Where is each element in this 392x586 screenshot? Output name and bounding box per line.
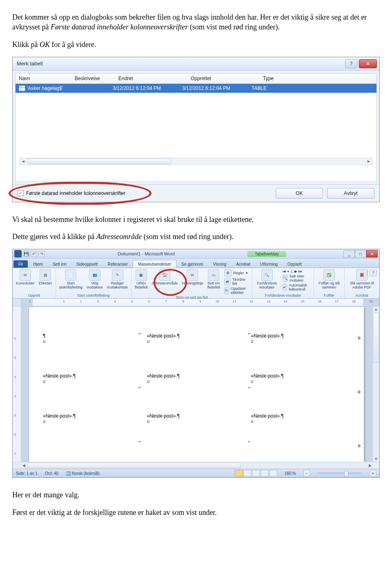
- text-italic: Adresseområde: [96, 233, 142, 241]
- h-scrollbar[interactable]: ◀ ▶: [13, 462, 379, 469]
- tab-se-gjennom[interactable]: Se gjennom: [176, 260, 208, 268]
- view-draft[interactable]: [269, 470, 277, 476]
- label-cell[interactable]: «Neste·post»·¶¤: [147, 333, 248, 344]
- status-words[interactable]: Ord: 40: [45, 471, 58, 476]
- document-canvas[interactable]: ⌐ ⌐ ⌐ ⌐ ⌐ ⌐ ¤ ¤ ¤ ¶¤«Neste·post»·¶¤«Nest…: [21, 306, 372, 462]
- scroll-right-icon[interactable]: ▶: [367, 463, 373, 467]
- maximize-button[interactable]: □: [355, 250, 366, 257]
- label-cell[interactable]: «Neste·post»·¶¤: [147, 373, 248, 385]
- cell-corner-mark: ⌐: [138, 438, 141, 444]
- cancel-button[interactable]: Avbryt: [327, 188, 374, 199]
- tab-sideoppsett[interactable]: Sideoppsett: [71, 260, 103, 268]
- btn-fullfor[interactable]: ✅Fullfør og slå sammen: [317, 269, 341, 290]
- dialog-titlebar[interactable]: Merk tabell ? ✕: [13, 57, 379, 71]
- mailmerge-icon: 📄: [65, 269, 76, 281]
- horizontal-ruler[interactable]: 112345678910111213141516171819: [13, 299, 379, 306]
- tab-masseutsendelser[interactable]: Masseutsendelser: [133, 260, 176, 268]
- zoom-slider[interactable]: [317, 472, 362, 474]
- btn-tilordne-felt[interactable]: ⇄Tilordne felt: [224, 277, 249, 286]
- label-cell[interactable]: «Neste·post»·¶¤: [43, 413, 144, 425]
- label-cell[interactable]: «Neste·post»·¶¤: [43, 373, 144, 385]
- ribbon-group-opprett: ✉Konvolutter ▤Etiketter Opprett: [13, 268, 56, 298]
- view-outline[interactable]: [261, 470, 269, 476]
- tab-visning[interactable]: Visning: [208, 260, 232, 268]
- text: (som vist med rød ring under).: [188, 23, 279, 31]
- scroll-thumb[interactable]: [27, 463, 241, 468]
- h-scrollbar[interactable]: ◄ ►: [20, 158, 372, 165]
- nav-record[interactable]: ⏮ ◀ 1 ▶ ⏭: [283, 269, 311, 273]
- scroll-up-icon[interactable]: ▲: [373, 306, 379, 312]
- btn-hilsningslinje[interactable]: ✉Hilsningslinje: [182, 269, 203, 286]
- label-cell[interactable]: «Neste·post»·¶¤: [251, 413, 352, 425]
- label-cell[interactable]: «Neste·post»·¶¤: [147, 413, 248, 425]
- word-orb-icon[interactable]: [14, 250, 22, 257]
- btn-oppdater-etiketter[interactable]: ↻Oppdater etiketter: [224, 286, 249, 295]
- label-cell[interactable]: «Neste·post»·¶¤: [251, 373, 352, 385]
- contextual-tab-label: Tabellverktøy: [247, 251, 286, 257]
- col-header-opprettet[interactable]: Opprettet: [191, 76, 263, 81]
- qat-redo-icon[interactable]: ↷: [38, 251, 45, 257]
- btn-uthev-flettefelt[interactable]: ▦Uthev flettefelt: [135, 269, 148, 290]
- zoom-out-button[interactable]: −: [303, 470, 310, 476]
- close-button[interactable]: ✕: [359, 59, 377, 68]
- zoom-level[interactable]: 160 %: [285, 471, 296, 476]
- v-scrollbar[interactable]: ▲ ▼: [372, 306, 379, 462]
- status-page[interactable]: Side: 1 av 1: [16, 471, 38, 476]
- btn-konvolutter[interactable]: ✉Konvolutter: [16, 269, 35, 286]
- label-cell[interactable]: ¶¤: [43, 333, 144, 344]
- checkbox-first-datarow[interactable]: ✓: [18, 190, 24, 196]
- tab-acrobat[interactable]: Acrobat: [231, 260, 255, 268]
- col-header-beskrivelse[interactable]: Beskrivelse: [75, 76, 118, 81]
- btn-velg-mottakere[interactable]: 👥Velg mottakere: [87, 269, 103, 290]
- btn-adresseomrade[interactable]: 🏠Adresseområde: [152, 269, 178, 286]
- checkbox-label: Første datarad inneholder kolonneoverskr…: [26, 190, 125, 196]
- tab-sett-inn[interactable]: Sett inn: [48, 260, 71, 268]
- view-print-layout[interactable]: [235, 470, 243, 476]
- zoom-in-button[interactable]: +: [370, 470, 376, 476]
- word-titlebar[interactable]: 💾 ↶ ↷ Dokument1 - Microsoft Word Tabellv…: [13, 249, 379, 259]
- btn-start-utskriftsfletting[interactable]: 📄Start utskriftsfletting: [59, 269, 83, 290]
- tab-oppsett[interactable]: Oppsett: [283, 260, 307, 268]
- table-row[interactable]: 'Asker hagelag$' 3/12/2012 6:12:04 PM 3/…: [16, 84, 376, 93]
- status-lang[interactable]: 🔤 Norsk (bokmål): [66, 471, 100, 476]
- btn-etiketter[interactable]: ▤Etiketter: [39, 269, 52, 286]
- scroll-left-icon[interactable]: ◄: [20, 159, 27, 164]
- tab-utforming[interactable]: Utforming: [255, 260, 283, 268]
- btn-rediger-mottakerliste[interactable]: ✎Rediger mottakerliste: [107, 269, 128, 290]
- paragraph-1: Det kommer så opp en dialogboks som bekr…: [12, 12, 380, 32]
- zoom-thumb[interactable]: [344, 471, 348, 476]
- label-cell[interactable]: «Neste·post»·¶¤: [251, 333, 352, 344]
- row-end-mark: ¤: [358, 389, 361, 395]
- qat-save-icon[interactable]: 💾: [23, 251, 29, 257]
- scroll-right-icon[interactable]: ►: [365, 159, 372, 164]
- close-button[interactable]: ✕: [366, 250, 378, 257]
- vertical-ruler[interactable]: 1234567: [13, 306, 21, 462]
- scroll-left-icon[interactable]: ◀: [21, 463, 27, 467]
- scroll-thumb[interactable]: [27, 159, 171, 164]
- col-header-navn[interactable]: Navn: [19, 76, 75, 81]
- qat-undo-icon[interactable]: ↶: [31, 251, 37, 257]
- text-italic: Første datarad inneholder kolonneoverskr…: [51, 23, 188, 31]
- btn-forhandsvis[interactable]: 🔍Forhåndsvis resultater: [256, 269, 278, 290]
- help-button[interactable]: ?: [345, 59, 357, 68]
- btn-sok-mottaker[interactable]: 🔍Søk etter mottaker: [283, 274, 311, 282]
- col-header-type[interactable]: Type: [263, 76, 376, 81]
- view-web[interactable]: [252, 470, 260, 476]
- btn-adobe-pdf[interactable]: 📕Slå sammen til Adobe PDF: [348, 269, 376, 290]
- tab-hjem[interactable]: Hjem: [29, 260, 48, 268]
- ok-button[interactable]: OK: [276, 188, 323, 199]
- envelope-icon: ✉: [20, 269, 31, 281]
- col-header-endret[interactable]: Endret: [118, 76, 191, 81]
- checkbox-row[interactable]: ✓ Første datarad inneholder kolonneovers…: [18, 190, 125, 196]
- tab-referanser[interactable]: Referanser: [103, 260, 133, 268]
- btn-sett-inn-flettefelt[interactable]: ▭Sett inn flettefelt: [207, 269, 220, 290]
- document-area: 1234567 ⌐ ⌐ ⌐ ⌐ ⌐ ⌐ ¤ ¤ ¤ ¶¤«Neste·post»…: [13, 306, 379, 462]
- tab-fil[interactable]: Fil: [13, 260, 28, 268]
- btn-feilkontroll[interactable]: ✔Automatisk feilkontroll: [283, 283, 311, 291]
- scroll-down-icon[interactable]: ▼: [373, 456, 379, 462]
- view-full-screen[interactable]: [243, 470, 252, 476]
- btn-regler[interactable]: ⚙Regler ▾: [224, 269, 249, 277]
- scroll-thumb[interactable]: [373, 313, 379, 363]
- search-icon: 🔍: [283, 275, 288, 282]
- minimize-button[interactable]: _: [343, 250, 355, 257]
